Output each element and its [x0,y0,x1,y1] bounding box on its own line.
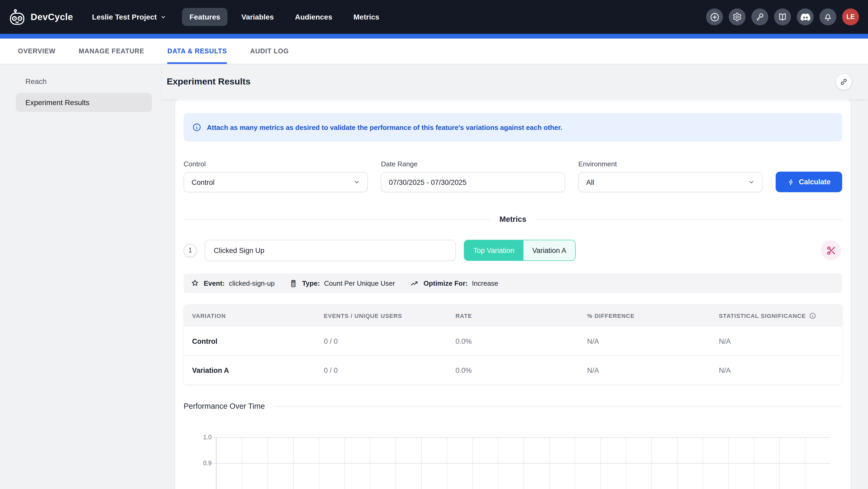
environment-select-value: All [586,178,748,186]
tab-data-results[interactable]: DATA & RESULTS [167,38,227,64]
toggle-top-variation[interactable]: Top Variation [464,240,523,260]
cell-events: 0 / 0 [315,366,447,374]
copy-link-button[interactable] [836,74,851,90]
cell-events: 0 / 0 [315,337,447,345]
info-banner: Attach as many metrics as desired to val… [184,113,842,142]
lightning-icon [787,178,795,185]
optimize-value: Increase [472,279,498,287]
calculate-button[interactable]: Calculate [776,172,842,192]
cell-rate: 0.0% [447,337,579,345]
type-summary: Type: Count Per Unique User [289,279,395,288]
main-panel: Experiment Results Attach as many metric… [161,64,868,488]
date-range-field: Date Range 07/30/2025 - 07/30/2025 [381,160,565,192]
remove-metric-button[interactable] [821,240,841,260]
optimize-summary: Optimize For: Increase [410,279,498,288]
environment-field: Environment All [578,160,763,192]
col-events: EVENTS / UNIQUE USERS [315,312,447,319]
nav-link-audiences[interactable]: Audiences [287,8,340,26]
discord-button[interactable] [797,8,814,25]
trending-up-icon [410,279,419,288]
nav-link-features[interactable]: Features [182,8,228,26]
navbar-icon-buttons: LE [706,8,859,25]
devcycle-logo[interactable]: DevCycle [9,9,73,25]
col-variation: VARIATION [184,312,315,319]
calculator-icon [289,279,298,288]
info-banner-text: Attach as many metrics as desired to val… [207,123,562,131]
discord-icon [800,12,810,21]
sidebar-item-experiment-results[interactable]: Experiment Results [16,93,152,112]
scissors-icon [826,245,836,255]
cell-rate: 0.0% [447,366,579,374]
y-axis-tick: 0.9 [203,459,212,467]
col-rate: RATE [447,312,579,319]
date-range-value: 07/30/2025 - 07/30/2025 [389,178,557,186]
filters-row: Control Control Date Range 07/30/2025 - … [184,160,842,192]
content-area: Reach Experiment Results Experiment Resu… [0,64,868,488]
add-button[interactable] [706,8,723,25]
results-table: VARIATION EVENTS / UNIQUE USERS RATE % D… [184,304,842,384]
accent-bar [0,34,868,38]
control-select-value: Control [191,178,353,186]
cell-difference: N/A [579,337,711,345]
cell-significance: N/A [711,337,842,345]
control-label: Control [184,160,368,168]
date-range-input[interactable]: 07/30/2025 - 07/30/2025 [381,172,565,192]
chevron-down-icon [748,179,754,185]
nav-link-metrics[interactable]: Metrics [346,8,387,26]
control-select[interactable]: Control [184,172,368,192]
page-title: Experiment Results [167,77,250,87]
link-icon [839,78,848,86]
star-icon [190,279,199,288]
metrics-divider: Metrics [184,215,842,223]
add-icon [709,12,719,22]
environment-label: Environment [578,160,763,168]
cell-significance: N/A [711,366,842,374]
date-range-label: Date Range [381,160,565,168]
event-label: Event: [204,279,224,287]
api-keys-button[interactable] [751,8,768,25]
environment-select[interactable]: All [578,172,763,192]
notifications-button[interactable] [819,8,836,25]
project-name: Leslie Test Project [92,13,157,21]
project-selector[interactable]: Leslie Test Project [92,13,166,21]
tab-overview[interactable]: OVERVIEW [18,38,55,64]
type-label: Type: [302,279,320,287]
primary-nav: Features Variables Audiences Metrics [182,8,386,26]
type-value: Count Per Unique User [324,279,395,287]
info-icon [192,122,202,132]
sidebar-item-reach[interactable]: Reach [16,73,152,90]
nav-link-variables[interactable]: Variables [234,8,281,26]
y-axis-tick: 1.0 [203,434,212,441]
tab-audit-log[interactable]: AUDIT LOG [250,38,289,64]
variation-toggle: Top Variation Variation A [464,240,576,261]
cell-variation: Variation A [184,366,315,374]
results-sidebar: Reach Experiment Results [0,64,161,488]
tab-manage-feature[interactable]: MANAGE FEATURE [79,38,144,64]
col-significance-label: STATISTICAL SIGNIFICANCE [719,312,806,319]
top-navbar: DevCycle Leslie Test Project Features Va… [0,0,868,34]
docs-icon [778,12,787,22]
toggle-variation-a[interactable]: Variation A [523,240,576,260]
experiment-results-card: Attach as many metrics as desired to val… [175,99,850,489]
cell-difference: N/A [579,366,711,374]
performance-section-header: Performance Over Time [184,402,842,410]
user-avatar[interactable]: LE [842,8,859,25]
settings-button[interactable] [729,8,746,25]
key-icon [755,12,765,22]
feature-tabbar: OVERVIEW MANAGE FEATURE DATA & RESULTS A… [0,38,868,64]
settings-icon [733,12,742,22]
optimize-label: Optimize For: [424,279,468,287]
control-field: Control Control [184,160,368,192]
docs-button[interactable] [774,8,791,25]
metric-name-input[interactable]: Clicked Sign Up [205,240,456,261]
metric-index-badge: 1 [184,244,197,257]
chevron-down-icon [353,179,360,185]
metric-summary-bar: Event: clicked-sign-up Type: Count Per U… [184,274,842,293]
app-root: DevCycle Leslie Test Project Features Va… [0,0,868,489]
cell-variation: Control [184,337,315,345]
calculate-button-label: Calculate [799,178,831,186]
info-icon[interactable] [809,312,816,319]
chart-plot-area: 1.0 0.9 [216,437,830,489]
col-difference: % DIFFERENCE [579,312,711,319]
metrics-divider-label: Metrics [499,215,526,223]
